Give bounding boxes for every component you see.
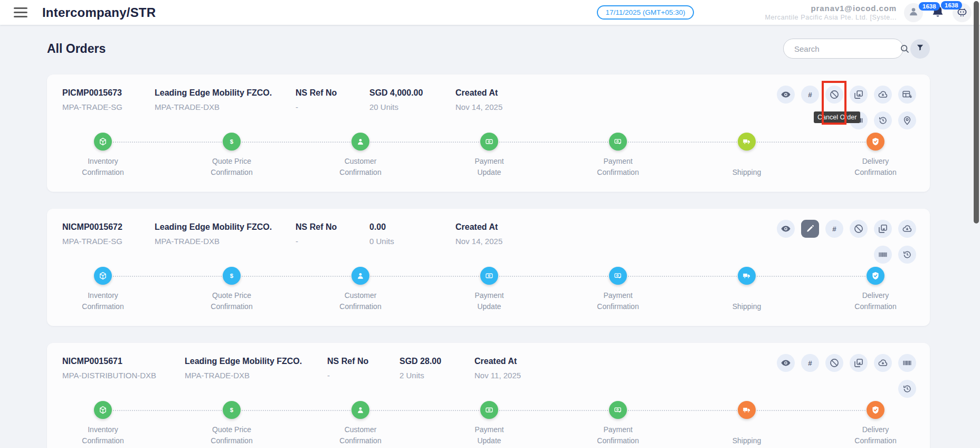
order-number: NICMP0015671	[62, 357, 185, 366]
step-label: PaymentUpdate	[474, 156, 503, 178]
order-amount: 0.00	[369, 222, 455, 232]
truck-step-icon[interactable]	[738, 267, 756, 285]
status-step: DeliveryConfirmation	[846, 401, 905, 446]
truck-step-icon[interactable]	[738, 133, 756, 151]
banknote-step-icon[interactable]	[480, 133, 498, 151]
cloud-download-action-button[interactable]	[874, 354, 892, 372]
box-step-icon[interactable]	[94, 267, 112, 285]
box-step-icon[interactable]	[94, 133, 112, 151]
ns-ref-label: NS Ref No	[296, 88, 369, 98]
orders-list: PICMP0015673 MPA-TRADE-SG Leading Edge M…	[47, 74, 930, 448]
order-number-column: PICMP0015673 MPA-TRADE-SG	[62, 88, 155, 111]
svg-text:#: #	[808, 91, 812, 99]
user-organization: Mercantile Pacific Asia Pte. Ltd. [Syste…	[765, 13, 897, 22]
table-export-action-button[interactable]	[898, 86, 916, 104]
step-label: Quote PriceConfirmation	[211, 290, 252, 312]
edit-action-button[interactable]	[801, 220, 819, 238]
amount-column: SGD 28.00 2 Units	[399, 357, 474, 380]
svg-text:#: #	[808, 359, 812, 367]
cloud-download-icon	[878, 89, 888, 100]
copy-action-button[interactable]	[850, 86, 868, 104]
step-label: PaymentUpdate	[474, 424, 503, 446]
cancel-action-button[interactable]	[825, 354, 843, 372]
search-icon[interactable]	[899, 43, 910, 54]
banknote-check-step-icon[interactable]	[609, 401, 627, 419]
order-actions: #	[777, 220, 916, 264]
step-label: PaymentConfirmation	[597, 156, 639, 178]
buyer-entity: MPA-TRADE-DXB	[155, 237, 296, 246]
eye-action-button[interactable]	[777, 220, 795, 238]
filter-button[interactable]	[910, 39, 930, 59]
cancel-action-button[interactable]	[850, 220, 868, 238]
hash-icon: #	[805, 358, 815, 368]
box-step-icon[interactable]	[94, 401, 112, 419]
status-step: DeliveryConfirmation	[846, 267, 905, 312]
history-action-button[interactable]	[874, 111, 892, 129]
cancel-icon	[829, 89, 840, 100]
step-label: Shipping	[732, 156, 762, 178]
section-heading: All Orders	[47, 42, 106, 56]
status-step: $Quote PriceConfirmation	[203, 133, 261, 178]
buyer-name: Leading Edge Mobility FZCO.	[155, 222, 296, 232]
main-content: All Orders PICMP0015673 MPA-	[0, 39, 980, 448]
copy-action-button[interactable]	[874, 220, 892, 238]
cancel-icon	[829, 358, 840, 368]
ns-ref-column: NS Ref No -	[327, 357, 399, 380]
buyer-column: Leading Edge Mobility FZCO. MPA-TRADE-DX…	[185, 357, 327, 380]
eye-action-button[interactable]	[777, 86, 795, 104]
copy-action-button[interactable]	[850, 354, 868, 372]
status-step: Shipping	[718, 401, 776, 446]
buyer-column: Leading Edge Mobility FZCO. MPA-TRADE-DX…	[155, 88, 296, 111]
banknote-step-icon[interactable]	[480, 267, 498, 285]
hash-action-button[interactable]: #	[825, 220, 843, 238]
history-action-button[interactable]	[898, 246, 916, 264]
step-label: CustomerConfirmation	[339, 290, 381, 312]
cancel-action-button[interactable]	[825, 86, 843, 104]
order-actions: #	[777, 354, 916, 398]
cloud-download-action-button[interactable]	[898, 220, 916, 238]
barcode-action-button[interactable]	[874, 246, 892, 264]
eye-icon	[781, 89, 791, 100]
shield-check-step-icon[interactable]	[867, 401, 884, 419]
status-step: PaymentConfirmation	[589, 401, 647, 446]
truck-step-icon[interactable]	[738, 401, 756, 419]
order-number: NICMP0015672	[62, 222, 155, 232]
buyer-name: Leading Edge Mobility FZCO.	[155, 88, 296, 98]
amount-column: 0.00 0 Units	[369, 222, 455, 246]
dollar-step-icon[interactable]: $	[223, 133, 241, 151]
history-action-button[interactable]	[898, 380, 916, 398]
shield-check-step-icon[interactable]	[867, 133, 884, 151]
page-title: Intercompany/STR	[42, 5, 156, 20]
status-step: InventoryConfirmation	[74, 401, 132, 446]
banknote-step-icon[interactable]	[480, 401, 498, 419]
shield-check-step-icon[interactable]	[867, 267, 884, 285]
banknote-check-step-icon[interactable]	[609, 267, 627, 285]
hash-action-button[interactable]: #	[801, 354, 819, 372]
dollar-step-icon[interactable]: $	[223, 267, 241, 285]
vertical-scrollbar[interactable]	[974, 1, 979, 223]
order-card: PICMP0015673 MPA-TRADE-SG Leading Edge M…	[47, 74, 930, 192]
barcode-action-button[interactable]	[898, 354, 916, 372]
status-step: CustomerConfirmation	[331, 401, 389, 446]
order-number-column: NICMP0015672 MPA-TRADE-SG	[62, 222, 155, 246]
location-action-button[interactable]	[898, 111, 916, 129]
step-label: DeliveryConfirmation	[854, 424, 896, 446]
search-input[interactable]	[794, 44, 899, 53]
date-timezone-chip[interactable]: 17/11/2025 (GMT+05:30)	[597, 5, 694, 20]
svg-text:$: $	[230, 407, 234, 413]
user-step-icon[interactable]	[351, 401, 369, 419]
hash-action-button[interactable]: #	[801, 86, 819, 104]
dollar-step-icon[interactable]: $	[223, 401, 241, 419]
user-step-icon[interactable]	[351, 267, 369, 285]
hamburger-menu-icon[interactable]	[14, 7, 27, 17]
cancel-order-tooltip: Cancel Order	[814, 111, 860, 123]
seller-entity: MPA-TRADE-SG	[62, 237, 155, 246]
step-label: DeliveryConfirmation	[854, 156, 896, 178]
cloud-download-action-button[interactable]	[874, 86, 892, 104]
user-step-icon[interactable]	[351, 133, 369, 151]
eye-action-button[interactable]	[777, 354, 795, 372]
banknote-check-step-icon[interactable]	[609, 133, 627, 151]
assistant-button[interactable]: 1638	[953, 3, 972, 22]
order-status-steps: InventoryConfirmation$Quote PriceConfirm…	[62, 401, 916, 446]
cloud-download-icon	[902, 223, 912, 234]
